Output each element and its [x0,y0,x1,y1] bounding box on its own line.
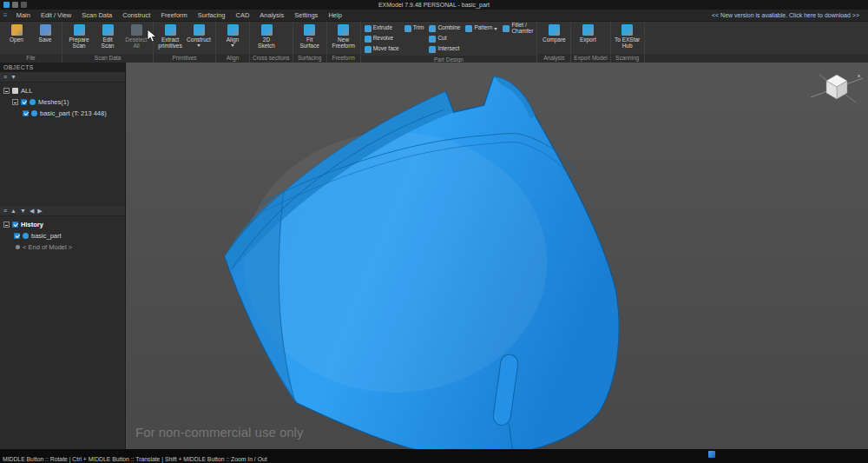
trim-icon [404,25,411,32]
filter-icon[interactable]: ▼ [10,74,16,80]
axis-x-label: x [858,73,860,78]
update-notice-link[interactable]: << New version is available. Click here … [712,12,865,18]
step-down-icon[interactable]: ▼ [20,208,26,214]
combine-icon [429,25,436,32]
fillet-chamfer-icon [503,25,510,32]
app-icon [3,2,10,8]
extrude-button[interactable]: Extrude [365,23,399,33]
prepare-scan-icon [74,24,85,36]
ribbon-group-cross-sections: 2D Sketch Cross sections [250,22,293,63]
menu-main[interactable]: Main [11,10,36,22]
ribbon-group-export-model: Export Export Model [571,22,610,63]
quick-access-menu-icon[interactable] [21,2,27,8]
step-up-icon[interactable]: ▲ [10,208,16,214]
mesh-icon [31,110,37,116]
menu-cad[interactable]: CAD [230,10,254,22]
collapse-icon[interactable] [12,99,18,105]
history-checkbox[interactable] [12,222,18,228]
open-folder-icon [11,24,23,36]
menu-grid-icon[interactable]: ≡ [3,11,8,19]
compare-button[interactable]: Compare [541,23,567,43]
collapse-icon[interactable] [3,88,10,94]
prepare-scan-button[interactable]: Prepare Scan [66,23,92,49]
move-face-button[interactable]: Move face [365,44,399,54]
chevron-down-icon [494,28,497,30]
ribbon-group-primitives: Extract primitives Construct Primitives [154,22,216,63]
export-icon [582,24,594,36]
new-freeform-button[interactable]: New Freeform [331,23,357,49]
tree-item-all[interactable]: ALL [0,85,125,96]
2d-sketch-icon [261,24,273,36]
revolve-icon [365,36,372,43]
go-first-icon[interactable]: ◀ [30,208,34,215]
collapse-icon[interactable] [3,222,10,228]
ribbon-group-align: Align Align [216,22,250,63]
save-button[interactable]: Save [32,23,58,43]
edit-scan-button[interactable]: Edit Scan [95,23,121,49]
2d-sketch-button[interactable]: 2D Sketch [253,23,279,49]
mesh-icon [30,99,36,105]
tree-view-icon[interactable]: ≡ [3,208,7,214]
all-objects-icon [12,88,18,94]
menu-construct[interactable]: Construct [117,10,155,22]
pattern-button[interactable]: Pattern [465,23,497,33]
menu-freeform[interactable]: Freeform [155,10,192,22]
footer: MIDDLE Button :: Rotate | Ctrl + MIDDLE … [0,449,868,463]
chevron-down-icon [231,44,234,47]
compare-icon [549,24,560,36]
visibility-checkbox[interactable] [23,110,29,116]
align-button[interactable]: Align [220,23,246,47]
menu-surfacing[interactable]: Surfacing [193,10,231,22]
3d-viewport[interactable]: For non-commercial use only x [127,63,868,449]
go-last-icon[interactable]: ▶ [37,208,42,215]
export-button[interactable]: Export [575,23,601,43]
history-root[interactable]: History [0,219,125,230]
window-title: EXModel 7.9.48 PERSONAL - basic_part [0,2,868,8]
cut-button[interactable]: Cut [429,34,460,43]
objects-tree: ALL Meshes(1) basic_part (T: 213 448) [0,83,125,206]
chevron-down-icon [197,44,201,47]
intersect-icon [429,46,436,53]
ribbon-group-scan-data: Prepare Scan Edit Scan Deselect All Scan… [62,22,154,63]
visibility-checkbox[interactable] [21,99,27,105]
feature-checkbox[interactable] [14,233,20,239]
group-label-surfacing: Surfacing [293,54,326,63]
construct-button[interactable]: Construct [186,23,212,47]
tree-item-meshes[interactable]: Meshes(1) [0,96,125,108]
deselect-all-button[interactable]: Deselect All [123,23,149,49]
history-item-end-of-model[interactable]: < End of Model > [0,241,125,253]
fillet-chamfer-button[interactable]: Fillet / Chamfer [503,23,533,33]
menu-scan-data[interactable]: Scan Data [76,10,117,22]
extract-primitives-button[interactable]: Extract primitives [157,23,183,49]
view-cube[interactable]: x [809,68,865,106]
quick-access-save-icon[interactable] [12,2,18,8]
menu-edit-view[interactable]: Edit / View [36,10,76,22]
history-item-basic-part[interactable]: basic_part [0,230,125,241]
mouse-hint-text: MIDDLE Button :: Rotate | Ctrl + MIDDLE … [3,456,267,462]
new-freeform-icon [338,24,349,36]
to-exstar-hub-button[interactable]: To EXStar Hub [615,23,641,49]
menu-help[interactable]: Help [323,10,346,22]
construct-icon [194,24,205,36]
extract-primitives-icon [165,24,176,36]
menu-analysis[interactable]: Analysis [254,10,289,22]
fit-surface-button[interactable]: Fit Surface [297,23,323,49]
trim-button[interactable]: Trim [404,23,424,33]
open-button[interactable]: Open [3,23,30,43]
menu-settings[interactable]: Settings [289,10,323,22]
part-highlight [244,132,548,393]
revolve-button[interactable]: Revolve [365,34,399,43]
application-window: EXModel 7.9.48 PERSONAL - basic_part ≡ M… [0,0,868,463]
intersect-button[interactable]: Intersect [429,44,460,54]
move-face-icon [365,46,372,53]
exstar-hub-icon [621,24,633,36]
ribbon-group-part-design: Extrude Revolve Move face Trim [361,22,538,63]
objects-panel-toolbar: ≡ ▼ [0,72,125,83]
taskbar-app-icon[interactable] [708,451,715,458]
group-label-analysis: Analysis [537,54,570,63]
tree-item-basic-part[interactable]: basic_part (T: 213 448) [0,108,125,119]
combine-button[interactable]: Combine [429,23,460,33]
align-icon [227,24,239,36]
part-model-canvas[interactable] [127,63,868,449]
list-view-icon[interactable]: ≡ [3,74,7,80]
